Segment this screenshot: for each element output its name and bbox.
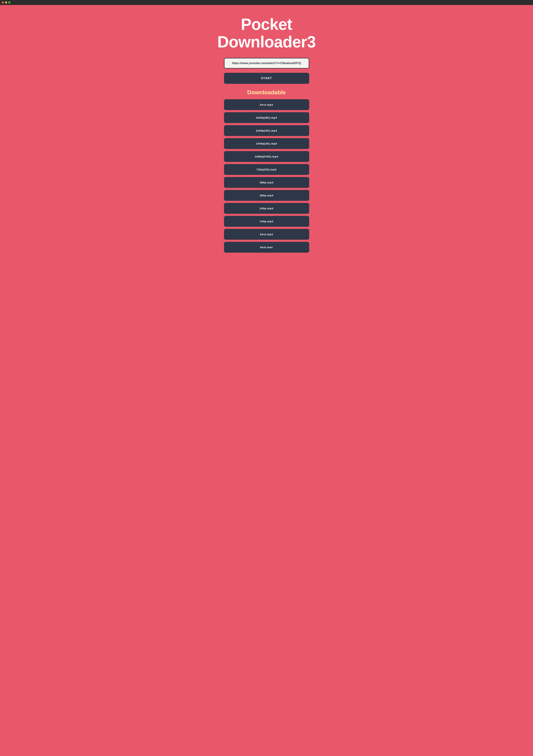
download-button-144p[interactable]: 144p.mp4	[224, 216, 309, 227]
downloadable-title: Downloadable	[247, 89, 286, 96]
main-content: Pocket Downloader3 START Downloadable be…	[0, 5, 533, 756]
titlebar	[0, 0, 533, 5]
app-title-line1: Pocket	[241, 15, 292, 33]
close-button-dot[interactable]	[2, 1, 4, 4]
download-button-480p[interactable]: 480p.mp4	[224, 177, 309, 188]
start-button[interactable]: START	[224, 73, 309, 84]
download-button-best-wav[interactable]: best.wav	[224, 242, 309, 253]
download-button-360p[interactable]: 360p.mp4	[224, 190, 309, 201]
app-title-line2: Downloader3	[217, 33, 316, 51]
download-button-1080p[interactable]: 1080p(FHD).mp4	[224, 151, 309, 162]
fullscreen-button-dot[interactable]	[8, 1, 10, 4]
download-button-best-mp4[interactable]: best.mp4	[224, 99, 309, 110]
download-button-4320p[interactable]: 4320p(8K).mp4	[224, 112, 309, 123]
app-title: Pocket Downloader3	[217, 15, 316, 51]
minimize-button-dot[interactable]	[5, 1, 7, 4]
download-button-best-mp3[interactable]: best.mp3	[224, 229, 309, 240]
download-button-720p[interactable]: 720p(HD).mp4	[224, 164, 309, 175]
download-button-2160p[interactable]: 2160p(4K).mp4	[224, 125, 309, 136]
download-button-1440p[interactable]: 1440p(2K).mp4	[224, 138, 309, 149]
download-button-240p[interactable]: 240p.mp4	[224, 203, 309, 214]
url-input[interactable]	[224, 58, 309, 68]
